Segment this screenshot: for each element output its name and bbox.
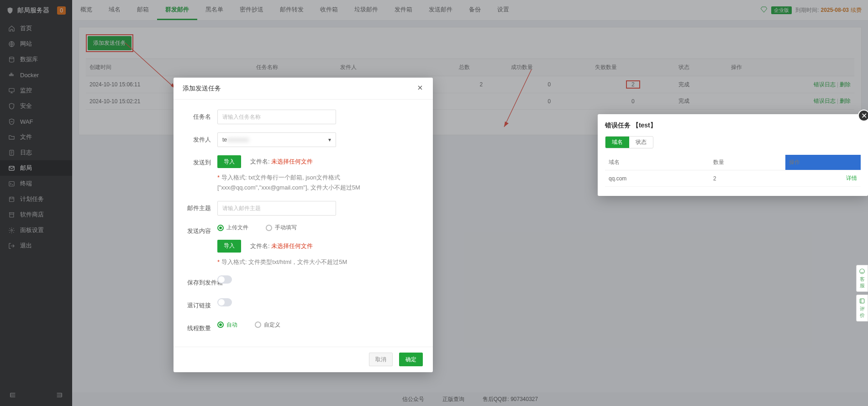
err-col-ops: 操作 xyxy=(785,155,861,170)
cancel-button[interactable]: 取消 xyxy=(369,353,393,366)
file-none-content: 未选择任何文件 xyxy=(271,243,313,249)
label-content: 发送内容 xyxy=(187,224,217,238)
label-save-sent: 保存到发件箱 xyxy=(187,275,217,290)
error-table-row: qq.com2详情 xyxy=(605,170,861,187)
unsubscribe-switch[interactable] xyxy=(217,298,232,306)
err-col-count: 数量 xyxy=(710,155,785,170)
err-tab-domain[interactable]: 域名 xyxy=(605,137,629,148)
err-tab-status[interactable]: 状态 xyxy=(629,137,653,148)
modal-header: 添加发送任务 xyxy=(174,78,433,100)
label-task-name: 任务名 xyxy=(187,110,217,124)
add-task-modal: 添加发送任务 任务名 发件人 texxxxxxxx ▾ 发送到 导入 文 xyxy=(174,78,433,372)
recipients-hint: *导入格式: txt文件每行一个邮箱, json文件格式["xxx@qq.com… xyxy=(217,173,419,193)
modal-footer: 取消 确定 xyxy=(174,347,433,372)
label-subject: 邮件主题 xyxy=(187,201,217,216)
radio-custom[interactable]: 自定义 xyxy=(255,321,280,329)
modal-body: 任务名 发件人 texxxxxxxx ▾ 发送到 导入 文件名: 未选择任何文件… xyxy=(174,100,433,347)
label-send-to: 发送到 xyxy=(187,155,217,170)
error-panel-tabs: 域名 状态 xyxy=(605,136,653,148)
side-widget: 客服 评价 xyxy=(856,265,868,324)
content-hint: *导入格式: 文件类型txt/html，文件大小不超过5M xyxy=(217,257,419,267)
svg-point-16 xyxy=(860,269,865,274)
overlay-mask[interactable] xyxy=(0,0,868,406)
error-panel-title: 错误任务 【test】 xyxy=(605,121,861,130)
customer-service-button[interactable]: 客服 xyxy=(856,265,868,292)
error-task-panel: ✕ 错误任务 【test】 域名 状态 域名 数量 操作 qq.com2详情 xyxy=(598,114,868,196)
feedback-button[interactable]: 评价 xyxy=(856,295,868,322)
label-unsub: 退订链接 xyxy=(187,298,217,313)
detail-link[interactable]: 详情 xyxy=(846,175,857,181)
error-table: 域名 数量 操作 qq.com2详情 xyxy=(605,155,861,187)
import-content-button[interactable]: 导入 xyxy=(217,240,241,253)
modal-title: 添加发送任务 xyxy=(183,84,221,93)
error-table-header: 域名 数量 操作 xyxy=(605,155,861,170)
import-recipients-button[interactable]: 导入 xyxy=(217,155,241,168)
radio-manual[interactable]: 手动填写 xyxy=(266,224,297,232)
label-sender: 发件人 xyxy=(187,132,217,147)
radio-upload-file[interactable]: 上传文件 xyxy=(217,224,248,232)
sender-select[interactable]: texxxxxxxx ▾ xyxy=(217,132,336,147)
chevron-down-icon: ▾ xyxy=(328,137,331,143)
label-threads: 线程数量 xyxy=(187,321,217,336)
task-name-input[interactable] xyxy=(217,110,336,124)
subject-input[interactable] xyxy=(217,201,336,216)
save-sent-switch[interactable] xyxy=(217,275,232,284)
svg-rect-17 xyxy=(860,299,864,303)
confirm-button[interactable]: 确定 xyxy=(399,353,423,366)
close-icon[interactable] xyxy=(416,84,424,93)
radio-auto[interactable]: 自动 xyxy=(217,321,237,329)
file-none-recipients: 未选择任何文件 xyxy=(271,158,313,165)
close-icon[interactable]: ✕ xyxy=(858,110,868,121)
err-col-domain: 域名 xyxy=(605,155,710,170)
